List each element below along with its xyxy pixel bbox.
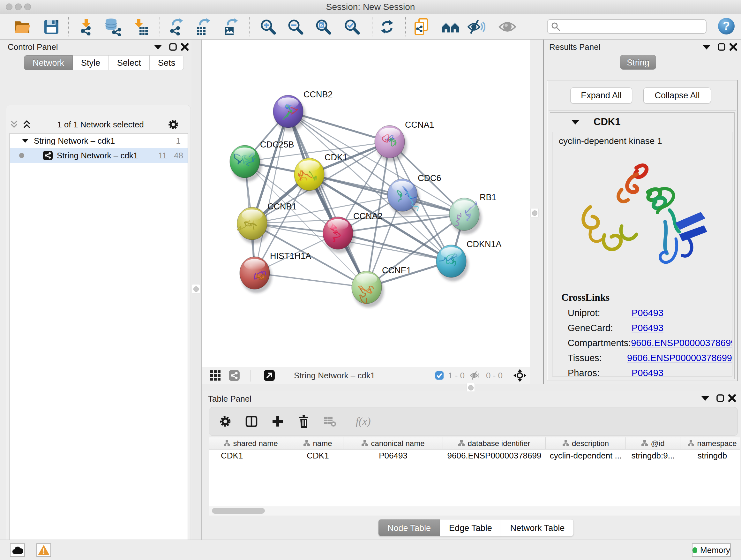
selected-checkbox[interactable] [435,371,444,380]
control-panel-float-button[interactable] [167,42,179,52]
tab-network[interactable]: Network [24,55,73,70]
results-panel-float-button[interactable] [716,42,727,52]
export-network-button[interactable] [167,18,185,36]
table-cell: stringdb [680,449,740,462]
network-view[interactable]: CCNB2CCNA1CDC25BCDK1CDC6RB1CCNB1CCNA2CDK… [202,40,530,384]
save-session-button[interactable] [43,18,60,36]
tab-select[interactable]: Select [109,55,150,70]
network-node-CCNB1[interactable]: CCNB1 [237,202,297,244]
show-columns-button[interactable] [244,414,259,429]
table-horizontal-scrollbar[interactable] [209,506,740,515]
network-node-CDK1[interactable]: CDK1 [294,152,347,194]
tree-expand-icon[interactable] [22,139,28,143]
crosslink-value-link[interactable]: P06493 [631,308,664,318]
birds-eye-view-button[interactable] [264,370,275,381]
cloud-status-button[interactable] [10,543,25,557]
crosslink-value-link[interactable]: P06493 [631,323,664,333]
results-panel-close-button[interactable] [728,42,739,52]
delete-column-button[interactable] [296,414,311,429]
network-node-CDKN1A[interactable]: CDKN1A [436,240,502,281]
horizontal-splitter-handle[interactable] [467,383,475,392]
network-label: String Network – cdk1 [57,151,138,161]
gear-icon[interactable] [167,118,179,131]
table-panel-menu-button[interactable] [700,393,711,403]
right-splitter[interactable] [530,40,544,384]
column-header-@id[interactable]: @id [626,437,680,449]
tab-sets[interactable]: Sets [150,55,184,70]
network-canvas[interactable]: CCNB2CCNA1CDC25BCDK1CDC6RB1CCNB1CCNA2CDK… [202,40,530,367]
column-header-name[interactable]: name [292,437,343,449]
section-collapse-icon[interactable] [571,120,580,125]
delete-table-button[interactable] [323,414,337,429]
help-button[interactable]: ? [718,17,735,35]
zoom-fit-button[interactable] [314,18,332,36]
results-panel-menu-button[interactable] [701,42,712,52]
right-splitter-handle[interactable] [530,208,539,218]
import-network-file-button[interactable] [77,18,95,36]
network-node-HIST1H1A[interactable]: HIST1H1A [240,251,311,293]
left-splitter-handle[interactable] [192,284,200,294]
table-settings-button[interactable] [218,414,232,429]
title-bar: Session: New Session [0,0,741,14]
first-neighbors-button[interactable] [442,18,460,36]
control-panel-menu-button[interactable] [152,42,163,52]
network-collection-row[interactable]: String Network – cdk1 1 [10,133,188,148]
search-input[interactable] [563,21,703,32]
expand-all-chevrons-icon[interactable] [22,120,34,129]
new-network-from-selection-button[interactable] [413,18,431,36]
scrollbar-thumb[interactable] [212,508,265,514]
table-panel-float-button[interactable] [715,393,726,403]
node-label: CCNB1 [267,202,297,211]
control-panel-close-button[interactable] [179,42,190,52]
column-header-shared-name[interactable]: shared name [209,437,292,449]
import-network-database-button[interactable] [104,18,121,36]
column-header-namespace[interactable]: namespace [680,437,740,449]
gene-section-header[interactable]: CDK1 [550,113,734,131]
hidden-count: 0 - 0 [486,371,502,381]
collapse-all-chevrons-icon[interactable] [10,120,21,129]
column-header-description[interactable]: description [546,437,626,449]
table-panel-close-button[interactable] [727,393,738,403]
column-header-canonical-name[interactable]: canonical name [343,437,443,449]
grid-view-button[interactable] [210,370,221,381]
function-builder-button[interactable]: f(x) [349,414,378,429]
network-row[interactable]: String Network – cdk1 11 48 [10,148,188,163]
zoom-selected-button[interactable] [343,18,361,36]
crosslink-row: Uniprot:P06493 [568,308,732,318]
add-column-button[interactable] [270,414,285,429]
open-session-button[interactable] [13,18,31,36]
pan-mode-button[interactable] [514,369,526,382]
tab-edge-table[interactable]: Edge Table [440,519,501,537]
left-splitter[interactable] [192,40,202,540]
horizontal-splitter[interactable] [202,384,741,391]
tab-node-table[interactable]: Node Table [378,519,440,537]
network-node-RB1[interactable]: RB1 [449,192,496,234]
memory-button[interactable]: Memory [692,543,731,557]
export-image-button[interactable] [222,18,240,36]
apply-layout-button[interactable] [378,18,396,36]
table-row[interactable]: CDK1CDK1P064939606.ENSP00000378699cyclin… [209,449,740,462]
tab-style[interactable]: Style [73,55,109,70]
crosslink-value-link[interactable]: 9606.ENSP00000378699 [627,353,732,363]
import-table-button[interactable] [131,18,149,36]
hide-selected-button[interactable] [468,18,485,36]
tab-network-table[interactable]: Network Table [501,519,574,537]
zoom-out-button[interactable] [286,18,305,36]
collapse-all-button[interactable]: Collapse All [643,87,711,104]
network-node-CCNE1[interactable]: CCNE1 [352,266,411,307]
zoom-in-button[interactable] [259,18,277,36]
crosslink-value-link[interactable]: 9606.ENSP00000378699 [631,338,732,348]
network-edge[interactable] [288,111,367,287]
table-cell: stringdb:9... [626,449,680,462]
expand-all-button[interactable]: Expand All [570,87,632,104]
string-view-button[interactable] [228,370,240,381]
column-header-database-identifier[interactable]: database identifier [443,437,546,449]
network-edge[interactable] [255,111,288,273]
crosslink-value-link[interactable]: P06493 [631,368,664,376]
tab-string[interactable]: String [620,55,656,70]
show-all-button[interactable] [498,18,516,36]
network-node-CDC6[interactable]: CDC6 [387,173,441,215]
warnings-button[interactable] [37,543,51,557]
export-table-button[interactable] [194,18,212,36]
network-node-CDC25B[interactable]: CDC25B [230,140,294,182]
